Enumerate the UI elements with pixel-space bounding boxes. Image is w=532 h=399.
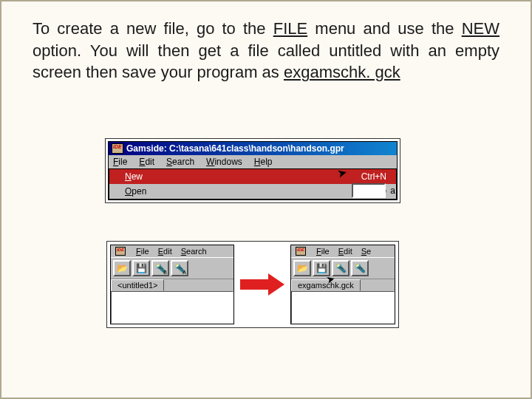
shortcut-new: Ctrl+N bbox=[361, 171, 386, 182]
badge-b: B bbox=[163, 270, 167, 275]
menu-bar-3: IDE File Edit Se bbox=[291, 245, 395, 257]
instr-fname: exgamschk. gck bbox=[284, 63, 400, 81]
screenshot-before-after: IDE File Edit Search 📂 💾 🔦B 🔦A <untitled… bbox=[106, 241, 399, 328]
open-button[interactable]: 📂 bbox=[293, 260, 311, 276]
app-icon: IDE bbox=[296, 247, 306, 256]
screenshot-menu-dropdown: IDE Gamside: C:\tasana\641class\handson\… bbox=[105, 138, 400, 203]
editor-area[interactable] bbox=[111, 291, 233, 324]
save-button[interactable]: 💾 bbox=[313, 260, 330, 276]
combo-box[interactable] bbox=[352, 183, 386, 198]
menu-search[interactable]: Search bbox=[181, 247, 207, 256]
badge-a: A bbox=[183, 270, 186, 275]
flash-icon: 🔦 bbox=[355, 263, 366, 273]
menu-edit[interactable]: Edit bbox=[139, 157, 154, 167]
save-icon: 💾 bbox=[136, 263, 147, 273]
save-icon: 💾 bbox=[316, 263, 327, 273]
window-title: Gamside: C:\tasana\641class\handson\hand… bbox=[126, 143, 344, 154]
run-b-button[interactable]: 🔦 bbox=[332, 260, 349, 276]
menu-item-new[interactable]: New Ctrl+N bbox=[109, 169, 396, 184]
instr-mid2: option. You will then get a file called … bbox=[33, 41, 499, 82]
instruction-text: To create a new file, go to the FILE men… bbox=[33, 18, 499, 83]
instr-file: FILE bbox=[273, 19, 307, 38]
menu-edit[interactable]: Edit bbox=[158, 247, 172, 256]
menu-windows[interactable]: Windows bbox=[206, 157, 242, 167]
menu-bar-2: IDE File Edit Search bbox=[111, 245, 233, 257]
instr-mid1: menu and use the bbox=[307, 19, 461, 38]
instr-pre: To create a new file, go to the bbox=[33, 19, 273, 38]
menu-file[interactable]: File bbox=[113, 157, 127, 167]
menu-file[interactable]: File bbox=[136, 247, 149, 256]
menu-help[interactable]: Help bbox=[254, 157, 273, 167]
save-button[interactable]: 💾 bbox=[132, 260, 150, 276]
menu-edit[interactable]: Edit bbox=[338, 247, 352, 256]
run-a-button[interactable]: 🔦A bbox=[171, 260, 188, 276]
screenshot-untitled: IDE File Edit Search 📂 💾 🔦B 🔦A <untitled… bbox=[110, 245, 234, 324]
open-button[interactable]: 📂 bbox=[113, 260, 131, 276]
flash-icon: 🔦 bbox=[335, 263, 347, 273]
arrow-icon bbox=[240, 275, 284, 294]
title-bar: IDE Gamside: C:\tasana\641class\handson\… bbox=[109, 142, 397, 155]
toolbar: 📂 💾 🔦 🔦 bbox=[291, 257, 395, 279]
toolbar: 📂 💾 🔦B 🔦A bbox=[111, 257, 233, 279]
run-a-button[interactable]: 🔦 bbox=[351, 260, 369, 276]
run-b-button[interactable]: 🔦B bbox=[151, 260, 169, 276]
menu-se[interactable]: Se bbox=[361, 247, 371, 256]
tab-saved[interactable]: exgamschk.gck bbox=[291, 279, 361, 291]
tab-untitled[interactable]: <untitled1> bbox=[111, 279, 164, 291]
menu-search[interactable]: Search bbox=[166, 157, 194, 167]
menu-file[interactable]: File bbox=[316, 247, 330, 256]
app-icon: IDE bbox=[112, 143, 123, 154]
open-icon: 📂 bbox=[297, 263, 308, 273]
menu-bar: File Edit Search Windows Help bbox=[109, 155, 397, 168]
open-icon: 📂 bbox=[117, 263, 128, 273]
app-icon: IDE bbox=[115, 247, 126, 256]
instr-new: NEW bbox=[462, 19, 499, 38]
editor-area[interactable] bbox=[291, 291, 395, 324]
label-a: a bbox=[390, 185, 395, 196]
screenshot-saved: IDE File Edit Se 📂 💾 🔦 🔦 exgamschk.gck ➤ bbox=[290, 245, 395, 324]
